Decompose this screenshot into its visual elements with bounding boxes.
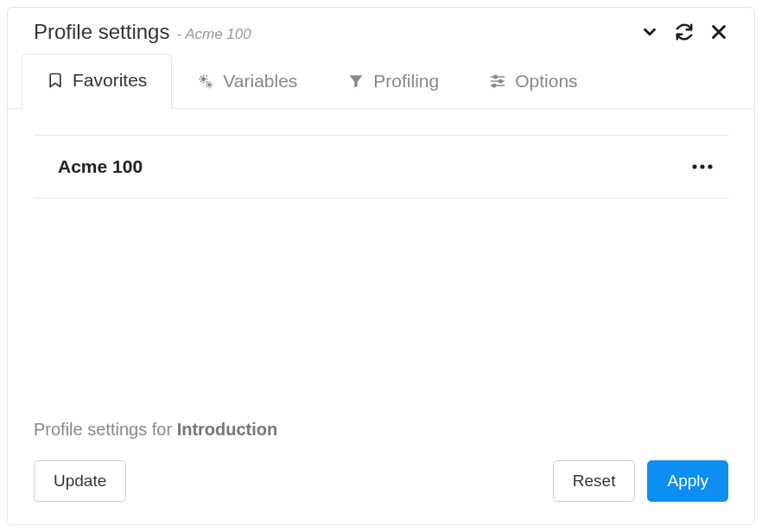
favorite-name: Acme 100 <box>58 156 143 177</box>
footer-actions: Update Reset Apply <box>8 460 754 524</box>
update-button[interactable]: Update <box>34 460 126 502</box>
tab-label: Favorites <box>73 70 147 91</box>
panel-header: Profile settings - Acme 100 <box>8 8 754 53</box>
svg-point-11 <box>700 164 704 168</box>
favorites-list: Acme 100 <box>34 135 728 199</box>
header-actions <box>640 22 728 41</box>
panel-title: Profile settings <box>34 20 169 44</box>
more-icon[interactable] <box>690 162 714 171</box>
caption-text: Profile settings for Introduction <box>34 420 277 439</box>
filter-icon <box>347 73 365 90</box>
refresh-icon[interactable] <box>675 22 694 41</box>
gears-icon <box>197 73 214 90</box>
caption-target: Introduction <box>177 420 278 439</box>
tab-variables[interactable]: Variables <box>172 54 322 109</box>
footer-left: Update <box>34 460 126 502</box>
svg-point-5 <box>494 75 497 78</box>
footer-right: Reset Apply <box>553 460 728 502</box>
svg-point-3 <box>207 83 211 86</box>
sliders-icon <box>489 73 506 90</box>
tab-label: Variables <box>223 71 297 92</box>
header-left: Profile settings - Acme 100 <box>34 20 251 44</box>
apply-button[interactable]: Apply <box>647 460 728 502</box>
reset-button[interactable]: Reset <box>553 460 636 502</box>
panel-subtitle: - Acme 100 <box>176 26 251 43</box>
tab-options[interactable]: Options <box>464 54 602 109</box>
tab-label: Options <box>515 71 577 92</box>
svg-point-9 <box>492 84 495 86</box>
caption-row: Profile settings for Introduction <box>34 385 728 460</box>
tab-favorites[interactable]: Favorites <box>22 54 172 109</box>
svg-point-10 <box>692 164 696 168</box>
close-icon[interactable] <box>709 22 728 41</box>
tab-label: Profiling <box>373 71 439 92</box>
caption-prefix: Profile settings for <box>34 420 177 439</box>
profile-settings-panel: Profile settings - Acme 100 <box>7 7 755 525</box>
tab-content: Acme 100 Profile settings for Introducti… <box>8 109 754 460</box>
tab-profiling[interactable]: Profiling <box>322 54 464 109</box>
svg-point-12 <box>708 164 712 168</box>
tabs-bar: Favorites Variables Profiling Options <box>8 53 754 109</box>
svg-point-2 <box>201 77 206 81</box>
svg-point-7 <box>499 79 502 82</box>
bookmark-icon <box>47 72 64 89</box>
favorite-item[interactable]: Acme 100 <box>34 136 728 199</box>
collapse-icon[interactable] <box>640 22 659 41</box>
